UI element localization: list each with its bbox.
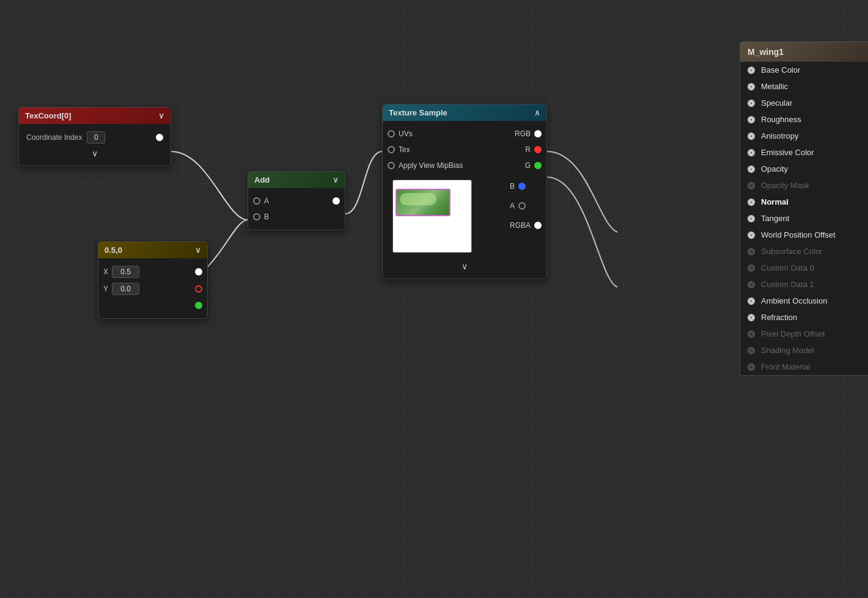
panel-pin-opacity: [748, 166, 755, 173]
panel-label-shading-model: Shading Model: [761, 346, 814, 355]
panel-item-opacity[interactable]: Opacity: [740, 161, 868, 177]
add-b-row: B: [248, 209, 345, 225]
panel-pin-opacity-mask: [748, 182, 755, 189]
add-a-input-pin[interactable]: [253, 197, 260, 205]
panel-item-specular[interactable]: Specular: [740, 95, 868, 111]
panel-item-emissive-color[interactable]: Emissive Color: [740, 144, 868, 161]
panel-label-roughness: Roughness: [761, 115, 801, 124]
constant-y-row: Y: [98, 280, 207, 297]
texcoord-chevron[interactable]: ∨: [158, 111, 164, 120]
texture-expand-icon: ∨: [462, 261, 468, 271]
panel-item-base-color[interactable]: Base Color: [740, 62, 868, 78]
panel-pin-base-color: [748, 67, 755, 74]
panel-label-custom-data-1: Custom Data 1: [761, 280, 814, 289]
texture-body: UVs RGB Tex R Apply View MipBias G: [383, 121, 546, 279]
texture-b-output-pin[interactable]: [518, 183, 526, 190]
panel-pin-emissive-color: [748, 149, 755, 156]
panel-pin-refraction: [748, 314, 755, 321]
add-b-input-pin[interactable]: [253, 213, 260, 221]
panel-label-custom-data-0: Custom Data 0: [761, 263, 814, 272]
panel-item-subsurface-color[interactable]: Subsurface Color: [740, 243, 868, 260]
texture-expand-row[interactable]: ∨: [383, 259, 546, 274]
texture-r-label: R: [525, 145, 531, 154]
texture-output-pins: B A RGBA: [510, 176, 542, 230]
coord-index-field[interactable]: [87, 131, 105, 144]
panel-item-world-position-offset[interactable]: World Position Offset: [740, 227, 868, 243]
panel-label-pixel-depth-offset: Pixel Depth Offset: [761, 329, 825, 338]
add-chevron[interactable]: ∨: [333, 175, 339, 184]
panel-item-custom-data-1[interactable]: Custom Data 1: [740, 276, 868, 293]
panel-label-subsurface-color: Subsurface Color: [761, 247, 822, 256]
constant-body: X Y: [98, 258, 207, 318]
constant-title: 0.5,0: [105, 246, 122, 255]
texture-uvs-row: UVs RGB: [383, 126, 546, 142]
panel-item-ambient-occlusion[interactable]: Ambient Occlusion: [740, 293, 868, 309]
panel-item-anisotropy[interactable]: Anisotropy: [740, 128, 868, 144]
panel-item-opacity-mask[interactable]: Opacity Mask: [740, 177, 868, 194]
texture-mipbias-input-pin[interactable]: [388, 162, 395, 169]
texture-a-output-pin[interactable]: [518, 202, 526, 210]
panel-item-front-material[interactable]: Front Material: [740, 359, 868, 375]
panel-label-world-position-offset: World Position Offset: [761, 230, 836, 239]
constant-x-field[interactable]: [112, 266, 139, 278]
panel-label-metallic: Metallic: [761, 82, 788, 91]
constant-node: 0.5,0 ∨ X Y: [98, 241, 208, 319]
constant-x-row: X: [98, 263, 207, 280]
panel-pin-roughness: [748, 116, 755, 123]
panel-pin-custom-data-0: [748, 264, 755, 272]
panel-item-refraction[interactable]: Refraction: [740, 309, 868, 326]
texture-preview-inner: [393, 180, 471, 252]
panel-item-normal[interactable]: Normal: [740, 194, 868, 210]
add-a-row: A: [248, 193, 345, 209]
panel-pin-normal: [748, 199, 755, 206]
texture-header[interactable]: Texture Sample ∧: [383, 104, 546, 121]
panel-pin-custom-data-1: [748, 281, 755, 288]
constant-header[interactable]: 0.5,0 ∨: [98, 242, 207, 258]
constant-y-field[interactable]: [112, 283, 139, 295]
panel-pin-ambient-occlusion: [748, 297, 755, 305]
texture-rgba-label: RGBA: [510, 221, 531, 230]
texture-collapse-icon[interactable]: ∧: [534, 108, 540, 117]
material-panel-header: M_wing1: [740, 42, 868, 62]
texcoord-expand-row[interactable]: ∨: [19, 146, 171, 161]
panel-item-custom-data-0[interactable]: Custom Data 0: [740, 260, 868, 276]
texture-rgb-output-pin[interactable]: [534, 130, 542, 137]
texture-g-label: G: [525, 161, 531, 170]
texture-r-output-pin[interactable]: [534, 146, 542, 153]
texcoord-expand-icon: ∨: [92, 148, 98, 158]
constant-y-output-pin-red[interactable]: [195, 285, 202, 293]
panel-label-emissive-color: Emissive Color: [761, 148, 814, 157]
add-header[interactable]: Add ∨: [248, 172, 345, 188]
panel-item-pixel-depth-offset[interactable]: Pixel Depth Offset: [740, 326, 868, 342]
panel-label-specular: Specular: [761, 98, 792, 108]
texcoord-node: TexCoord[0] ∨ Coordinate Index ∨: [18, 107, 171, 166]
texcoord-output-pin[interactable]: [156, 134, 163, 141]
node-canvas[interactable]: TexCoord[0] ∨ Coordinate Index ∨ 0.5,0 ∨…: [0, 0, 868, 598]
panel-item-roughness[interactable]: Roughness: [740, 111, 868, 128]
texture-mipbias-row: Apply View MipBias G: [383, 158, 546, 173]
texture-b-row: B: [510, 182, 542, 191]
constant-x-output-pin[interactable]: [195, 268, 202, 275]
texture-preview: [392, 180, 472, 253]
panel-label-anisotropy: Anisotropy: [761, 131, 798, 140]
coord-index-label: Coordinate Index: [26, 133, 82, 142]
panel-label-base-color: Base Color: [761, 65, 800, 75]
add-body: A B: [248, 188, 345, 230]
texture-uvs-input-pin[interactable]: [388, 130, 395, 137]
add-node: Add ∨ A B: [248, 171, 345, 230]
panel-label-opacity-mask: Opacity Mask: [761, 181, 809, 190]
panel-item-metallic[interactable]: Metallic: [740, 78, 868, 95]
texture-rgba-output-pin[interactable]: [534, 222, 542, 229]
panel-pin-anisotropy: [748, 133, 755, 140]
constant-green-pin[interactable]: [195, 302, 202, 309]
panel-item-tangent[interactable]: Tangent: [740, 210, 868, 227]
panel-pin-specular: [748, 100, 755, 107]
panel-pin-shading-model: [748, 347, 755, 354]
texture-g-output-pin[interactable]: [534, 162, 542, 169]
texture-tex-input-pin[interactable]: [388, 146, 395, 153]
constant-chevron[interactable]: ∨: [195, 246, 201, 255]
add-output-pin[interactable]: [333, 197, 340, 205]
texcoord-header[interactable]: TexCoord[0] ∨: [19, 108, 171, 124]
add-b-label: B: [264, 213, 269, 221]
panel-item-shading-model[interactable]: Shading Model: [740, 342, 868, 359]
